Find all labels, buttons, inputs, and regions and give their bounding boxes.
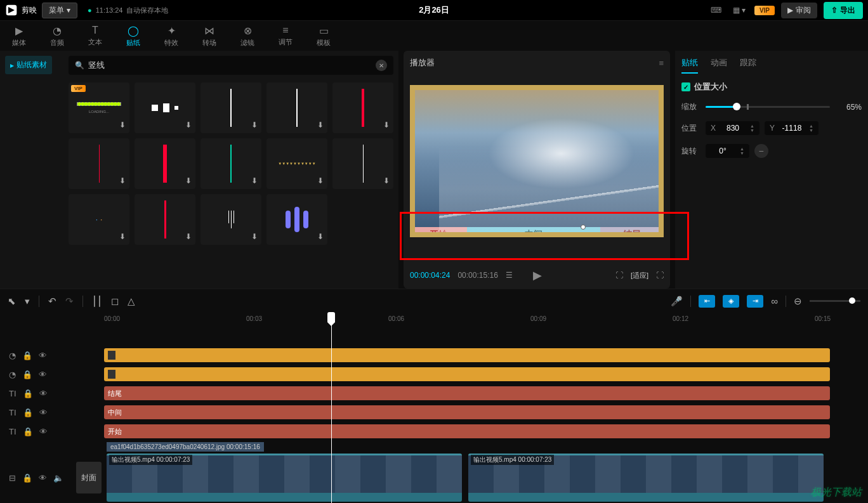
lock-icon[interactable]: 🔒 — [23, 408, 33, 417]
download-icon[interactable]: ⬇ — [119, 232, 126, 241]
sticker-item[interactable]: ⬇ — [135, 194, 195, 245]
nav-tab-adjust[interactable]: ≡调节 — [266, 21, 305, 51]
sticker-item[interactable]: ⬇ — [266, 82, 327, 133]
clock-icon[interactable]: ◔ — [9, 351, 16, 360]
sticker-clip[interactable] — [104, 367, 830, 381]
prop-tab-sticker[interactable]: 贴纸 — [681, 57, 698, 74]
sticker-item[interactable]: ⬇ — [69, 138, 129, 189]
scale-slider[interactable] — [706, 106, 830, 108]
fullscreen-icon[interactable]: ⛶ — [656, 271, 664, 280]
download-icon[interactable]: ⬇ — [317, 232, 324, 241]
export-button[interactable]: ⇧导出 — [824, 2, 863, 19]
prop-tab-track[interactable]: 跟踪 — [740, 57, 756, 74]
player-menu-icon[interactable]: ≡ — [659, 58, 664, 68]
nav-tab-transition[interactable]: ⋈转场 — [190, 21, 228, 51]
reset-rotation-button[interactable]: – — [754, 144, 768, 158]
split-tool-icon[interactable]: ⎮⎮ — [92, 296, 102, 307]
position-y-input[interactable]: Y-1118▲▼ — [765, 121, 819, 135]
prop-tab-animation[interactable]: 动画 — [711, 57, 727, 74]
dropdown-icon[interactable]: ▾ — [25, 296, 30, 307]
lock-icon[interactable]: 🔒 — [23, 389, 33, 398]
layout-icon[interactable]: ▦ ▾ — [730, 3, 748, 17]
sticker-item[interactable]: ⬇ — [135, 138, 195, 189]
player-viewport[interactable]: 开始 中间 结尾 — [410, 75, 664, 247]
search-input[interactable] — [88, 61, 376, 70]
project-title[interactable]: 2月26日 — [419, 4, 449, 16]
collapse-icon[interactable]: ⊟ — [9, 473, 16, 483]
section-position-size[interactable]: ✓ 位置大小 — [681, 81, 862, 93]
review-button[interactable]: ▶审阅 — [781, 3, 817, 18]
download-icon[interactable]: ⬇ — [383, 176, 390, 185]
rotation-input[interactable]: 0°▲▼ — [706, 144, 749, 158]
playhead[interactable] — [331, 313, 332, 503]
nav-tab-template[interactable]: ▭模板 — [305, 21, 343, 51]
vip-badge[interactable]: VIP — [754, 6, 775, 15]
lock-icon[interactable]: 🔒 — [22, 473, 32, 483]
download-icon[interactable]: ⬇ — [383, 121, 390, 129]
video-clip[interactable]: 输出视频5.mp4 00:00:07:23 — [107, 454, 462, 502]
sticker-item[interactable]: ⬇ — [332, 82, 393, 133]
eye-icon[interactable]: 👁 — [39, 351, 47, 360]
cover-button[interactable]: 封面 — [76, 462, 102, 493]
sticker-item[interactable]: VIPLOADING...⬇ — [69, 82, 129, 133]
scale-value[interactable]: 65% — [835, 103, 862, 112]
download-icon[interactable]: ⬇ — [119, 121, 126, 129]
focus-icon[interactable]: ⛶ — [615, 271, 623, 280]
text-clip[interactable]: 中间 — [104, 405, 830, 419]
sticker-item[interactable]: ⬇ — [201, 82, 261, 133]
position-x-input[interactable]: X830▲▼ — [706, 121, 760, 135]
mute-icon[interactable]: 🔈 — [53, 473, 63, 483]
download-icon[interactable]: ⬇ — [251, 232, 258, 241]
track-align-icon[interactable]: ⇤ — [699, 295, 715, 308]
stepper-icon[interactable]: ▲▼ — [809, 124, 813, 133]
download-icon[interactable]: ⬇ — [185, 232, 192, 241]
play-button[interactable]: ▶ — [533, 268, 542, 282]
sticker-clip[interactable] — [104, 348, 830, 362]
nav-tab-sticker[interactable]: ◯贴纸 — [114, 21, 152, 51]
eye-icon[interactable]: 👁 — [39, 389, 48, 398]
mirror-tool-icon[interactable]: △ — [128, 296, 135, 307]
clear-search-button[interactable]: ✕ — [376, 60, 387, 71]
y-value[interactable]: -1118 — [780, 124, 804, 133]
eye-icon[interactable]: 👁 — [39, 473, 47, 483]
download-icon[interactable]: ⬇ — [251, 176, 258, 185]
nav-tab-media[interactable]: ▶媒体 — [0, 21, 38, 51]
eye-icon[interactable]: 👁 — [39, 427, 48, 436]
download-icon[interactable]: ⬇ — [317, 121, 324, 129]
stepper-icon[interactable]: ▲▼ — [740, 147, 744, 155]
x-value[interactable]: 830 — [721, 124, 745, 133]
redo-button[interactable]: ↷ — [65, 296, 74, 307]
sticker-item[interactable]: ⬇ — [266, 194, 327, 245]
menu-button[interactable]: 菜单▾ — [42, 3, 77, 18]
sticker-item[interactable]: ⬇ — [201, 194, 261, 245]
fit-button[interactable]: [适应] — [631, 271, 648, 280]
sticker-item[interactable]: ⬇ — [135, 82, 195, 133]
sticker-item[interactable]: ··⬇ — [69, 194, 129, 245]
stepper-icon[interactable]: ▲▼ — [750, 124, 754, 133]
zoom-out-icon[interactable]: ⊖ — [794, 296, 802, 307]
mic-icon[interactable]: 🎤 — [671, 296, 683, 307]
link-icon[interactable]: ∞ — [771, 296, 778, 306]
nav-tab-filter[interactable]: ⊗滤镜 — [228, 21, 266, 51]
nav-tab-audio[interactable]: ◔音频 — [38, 21, 76, 51]
list-view-icon[interactable]: ☰ — [506, 271, 513, 280]
download-icon[interactable]: ⬇ — [119, 176, 126, 185]
track-magnet-icon[interactable]: ◈ — [723, 295, 739, 308]
sticker-item[interactable]: ⬇ — [201, 138, 261, 189]
eye-icon[interactable]: 👁 — [39, 408, 48, 417]
sidebar-tab-sticker-material[interactable]: ▸贴纸素材 — [5, 56, 52, 74]
crop-tool-icon[interactable]: ◻ — [111, 296, 119, 307]
search-box[interactable]: 🔍 ✕ — [69, 56, 393, 75]
clock-icon[interactable]: ◔ — [9, 370, 16, 379]
pointer-tool-icon[interactable]: ⬉ — [8, 296, 16, 307]
sticker-item[interactable]: ⬇ — [332, 138, 393, 189]
nav-tab-effect[interactable]: ✦特效 — [152, 21, 190, 51]
lock-icon[interactable]: 🔒 — [23, 427, 33, 436]
rotation-value[interactable]: 0° — [711, 147, 735, 155]
lock-icon[interactable]: 🔒 — [22, 351, 32, 360]
download-icon[interactable]: ⬇ — [185, 121, 192, 129]
zoom-slider[interactable] — [810, 300, 860, 302]
lock-icon[interactable]: 🔒 — [22, 370, 32, 379]
download-icon[interactable]: ⬇ — [251, 121, 258, 129]
text-clip[interactable]: 结尾 — [104, 386, 830, 400]
